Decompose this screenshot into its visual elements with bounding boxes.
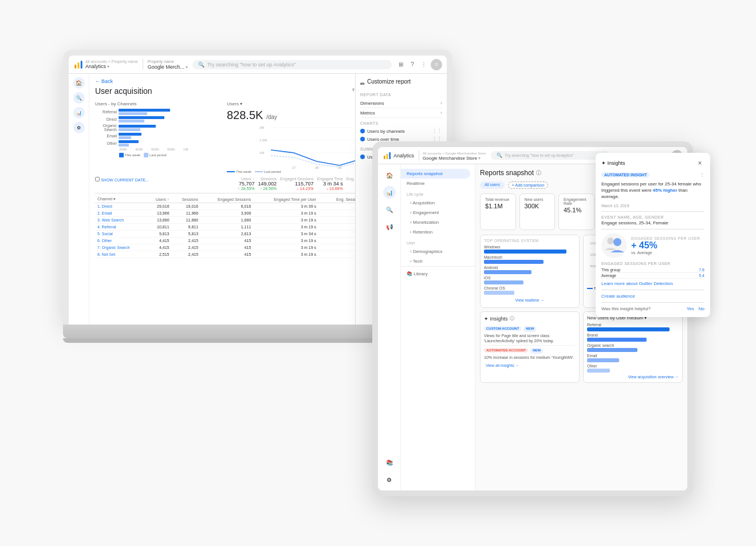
tablet-sidebar-icons: 🏠 📊 🔍 📢 📚 ⚙ — [378, 164, 401, 490]
sessions-per-user-label: ENGAGED SESSIONS PER USER — [631, 236, 687, 240]
explore-icon[interactable]: 🔍 — [383, 203, 396, 216]
help-icon[interactable]: ? — [408, 60, 417, 69]
toggle-dot — [360, 137, 365, 141]
svg-text:1M: 1M — [259, 151, 264, 155]
settings-icon[interactable]: ⚙ — [383, 473, 396, 486]
search-icon: 🔍 — [497, 153, 502, 158]
nav-reports-snapshot[interactable]: Reports snapshot — [401, 169, 470, 179]
insight-panel-title: ✦ Insights — [601, 164, 625, 166]
insight-data-table: ENGAGED SESSIONS PER USER This group 7.8… — [601, 262, 687, 279]
settings-icon[interactable]: ⚙ — [73, 122, 85, 133]
os-chart: TOP OPERATING SYSTEM Windows Macintosh A… — [480, 235, 580, 308]
insight-row-group: This group 7.8 — [601, 267, 687, 273]
svg-rect-1 — [78, 62, 80, 69]
nav-acquisition[interactable]: › Acquisition — [401, 198, 475, 208]
nav-library[interactable]: 📚 Library — [401, 269, 475, 279]
tablet-outer: Analytics All accounts > Google Merchand… — [372, 141, 693, 496]
view-realtime-link[interactable]: View realtime → — [484, 296, 576, 304]
brand-path: All accounts > Property name — [85, 60, 138, 64]
library-icon[interactable]: 📚 — [383, 456, 396, 469]
nav-tech[interactable]: › Tech — [401, 256, 475, 266]
os-chart-label: TOP OPERATING SYSTEM — [484, 239, 576, 243]
more-icon[interactable]: ⋮ — [419, 60, 428, 69]
tablet-device: Analytics All accounts > Google Merchand… — [372, 141, 693, 496]
chevron-right-icon: › — [440, 110, 442, 116]
learn-more-link[interactable]: Learn more about Outlier Detection — [601, 281, 687, 286]
divider — [601, 211, 687, 212]
insight-date: March 13, 2019 — [601, 204, 687, 208]
info-icon: ⓘ — [536, 169, 541, 177]
dimensions-item[interactable]: Dimensions › — [360, 98, 442, 108]
insight-row-average: Average 5.4 — [601, 273, 687, 279]
toggle-dot — [360, 155, 365, 159]
metrics-item[interactable]: Metrics › — [360, 108, 442, 118]
add-comparison-btn[interactable]: + Add comparison — [508, 181, 548, 189]
kpi-engagement: Engagement Rate 45.1% — [558, 193, 594, 230]
home-icon[interactable]: 🏠 — [383, 169, 396, 181]
chart-toggle-channels[interactable]: Users by channels ⋮⋮ — [360, 127, 442, 135]
nav-section-lifecycle: Life cycle — [401, 191, 475, 198]
svg-text:28: 28 — [315, 166, 319, 169]
view-all-insights-link[interactable]: View all insights → — [484, 362, 576, 369]
tablet-property: All accounts > Google Merchandise Store … — [419, 151, 486, 161]
tablet-ga-logo: Analytics — [383, 151, 414, 160]
nav-monetization[interactable]: › Monetization — [401, 217, 475, 227]
customize-icon: ✏ — [360, 81, 365, 87]
insights-panel-tablet: ✦ Insights ⓘ CUSTOM ACCOUNT NEW Views fo… — [480, 311, 580, 383]
svg-text:1.5M: 1.5M — [259, 139, 267, 142]
legend: This week Last period — [119, 153, 221, 157]
laptop-sidebar: 🏠 🔍 📊 ⚙ — [69, 74, 89, 325]
bar-chart-section: Users - by Channels Referral — [95, 101, 221, 173]
bar-row-organic: Organic Search — [95, 124, 221, 132]
search-icon: 🔍 — [198, 62, 204, 68]
nav-retention[interactable]: › Retention — [401, 227, 475, 237]
svg-point-27 — [607, 238, 614, 244]
user-avatar[interactable]: G — [431, 59, 442, 70]
insight-body: Engaged sessions per user for 25-34 fema… — [601, 181, 687, 200]
property-display: Property name Google Merch... ▾ — [143, 59, 188, 70]
main-scene: All accounts > Property name Analytics ▾… — [63, 50, 693, 496]
view-acquisition-link[interactable]: View acquisition overview → — [628, 375, 679, 379]
kpi-revenue: Total revenue $1.1M — [480, 193, 516, 230]
table-header-label: ENGAGED SESSIONS PER USER — [601, 262, 687, 266]
divider4 — [601, 302, 687, 303]
insight-visual: ENGAGED SESSIONS PER USER + 45% vs. Aver… — [601, 233, 687, 258]
charts-section: CHARTS Users by channels ⋮⋮ Users over t… — [360, 121, 442, 143]
yes-button[interactable]: Yes — [687, 306, 687, 311]
ga-logo: All accounts > Property name Analytics ▾ — [73, 60, 138, 70]
home-icon[interactable]: 🏠 — [73, 77, 85, 89]
insight-item-2: AUTOMATED ACCOUNT NEW 10% increase in se… — [484, 346, 576, 362]
grid-icon[interactable]: ⊞ — [396, 60, 405, 69]
insight-float-header: ✦ Insights × — [601, 164, 687, 168]
insight-type-row: AUTOMATED INSIGHT ⋮ — [601, 172, 687, 177]
page-title: User acquisition — [95, 86, 152, 96]
search-icon-sidebar[interactable]: 🔍 — [73, 92, 85, 104]
ads-icon[interactable]: 📢 — [383, 220, 396, 233]
chart-icon[interactable]: 📊 — [73, 107, 85, 118]
insight-illustration — [601, 233, 627, 258]
brand-name: Analytics ▾ — [85, 64, 138, 69]
show-current-date-checkbox[interactable] — [95, 177, 100, 181]
svg-rect-17 — [389, 152, 391, 159]
toggle-dot — [360, 129, 365, 133]
tablet-nav: Reports snapshot Realtime Life cycle › A… — [401, 164, 475, 490]
create-audience-link[interactable]: Create audience — [601, 294, 687, 299]
insight-footer: Was this insight helpful? Yes No — [601, 306, 687, 311]
svg-text:29: 29 — [338, 166, 342, 169]
helpful-links: Yes No — [687, 306, 687, 311]
svg-point-28 — [613, 238, 621, 246]
nav-engagement[interactable]: › Engagement — [401, 208, 475, 217]
nav-realtime[interactable]: Realtime — [401, 179, 475, 188]
reports-icon[interactable]: 📊 — [383, 186, 396, 199]
divider3 — [601, 290, 687, 290]
new-users-bar-chart: New users by User medium ▾ Referral Bran… — [583, 311, 683, 383]
divider2 — [601, 229, 687, 230]
insight-type-badge: AUTOMATED INSIGHT — [601, 172, 649, 177]
nav-demographics[interactable]: › Demographics — [401, 247, 475, 256]
tablet-search[interactable]: 🔍 Try searching "how to set up Analytics… — [491, 151, 609, 160]
insight-big-pct: + 45% — [631, 240, 687, 251]
search-bar[interactable]: 🔍 Try searching "how to set up Analytics… — [192, 60, 392, 69]
tablet-body: 🏠 📊 🔍 📢 📚 ⚙ Reports snapshot Realtime Li… — [378, 164, 687, 490]
all-users-filter[interactable]: All users — [480, 181, 505, 189]
svg-rect-16 — [387, 153, 388, 159]
